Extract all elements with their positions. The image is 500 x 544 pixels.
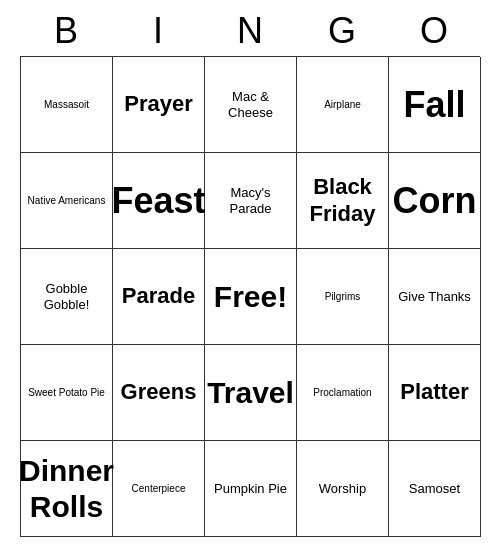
cell-r2-c3: Pilgrims xyxy=(297,249,389,345)
cell-label: Free! xyxy=(214,279,287,315)
cell-label: Prayer xyxy=(124,91,193,117)
cell-r0-c1: Prayer xyxy=(113,57,205,153)
cell-label: Give Thanks xyxy=(398,289,471,305)
cell-label: Gobble Gobble! xyxy=(25,281,108,312)
header-letter: N xyxy=(204,10,296,52)
header-letter: I xyxy=(112,10,204,52)
cell-r1-c2: Macy's Parade xyxy=(205,153,297,249)
header-letter: O xyxy=(388,10,480,52)
cell-r1-c3: Black Friday xyxy=(297,153,389,249)
cell-label: Samoset xyxy=(409,481,460,497)
cell-label: Parade xyxy=(122,283,195,309)
cell-label: Airplane xyxy=(324,99,361,111)
cell-label: Fall xyxy=(403,83,465,126)
bingo-grid: MassasoitPrayerMac & CheeseAirplaneFallN… xyxy=(20,56,480,537)
header-letter: B xyxy=(20,10,112,52)
cell-r4-c3: Worship xyxy=(297,441,389,537)
cell-r4-c0: Dinner Rolls xyxy=(21,441,113,537)
cell-label: Pumpkin Pie xyxy=(214,481,287,497)
bingo-header: BINGO xyxy=(20,10,480,52)
cell-r1-c0: Native Americans xyxy=(21,153,113,249)
header-letter: G xyxy=(296,10,388,52)
cell-r1-c4: Corn xyxy=(389,153,481,249)
cell-r2-c1: Parade xyxy=(113,249,205,345)
cell-label: Pilgrims xyxy=(325,291,361,303)
cell-r0-c3: Airplane xyxy=(297,57,389,153)
cell-label: Black Friday xyxy=(301,174,384,227)
cell-label: Corn xyxy=(393,179,477,222)
cell-r3-c4: Platter xyxy=(389,345,481,441)
cell-r1-c1: Feast xyxy=(113,153,205,249)
cell-label: Massasoit xyxy=(44,99,89,111)
cell-label: Travel xyxy=(207,375,294,411)
cell-r3-c2: Travel xyxy=(205,345,297,441)
cell-label: Centerpiece xyxy=(132,483,186,495)
cell-r3-c1: Greens xyxy=(113,345,205,441)
cell-r0-c2: Mac & Cheese xyxy=(205,57,297,153)
cell-label: Macy's Parade xyxy=(209,185,292,216)
cell-label: Sweet Potato Pie xyxy=(28,387,105,399)
cell-r4-c2: Pumpkin Pie xyxy=(205,441,297,537)
cell-label: Feast xyxy=(111,179,205,222)
cell-label: Mac & Cheese xyxy=(209,89,292,120)
cell-r3-c3: Proclamation xyxy=(297,345,389,441)
cell-label: Platter xyxy=(400,379,468,405)
cell-r3-c0: Sweet Potato Pie xyxy=(21,345,113,441)
cell-r2-c4: Give Thanks xyxy=(389,249,481,345)
cell-label: Dinner Rolls xyxy=(19,453,114,525)
cell-r0-c0: Massasoit xyxy=(21,57,113,153)
cell-r4-c4: Samoset xyxy=(389,441,481,537)
cell-label: Greens xyxy=(121,379,197,405)
cell-label: Worship xyxy=(319,481,366,497)
cell-r2-c2: Free! xyxy=(205,249,297,345)
cell-r0-c4: Fall xyxy=(389,57,481,153)
cell-r2-c0: Gobble Gobble! xyxy=(21,249,113,345)
cell-label: Proclamation xyxy=(313,387,371,399)
cell-r4-c1: Centerpiece xyxy=(113,441,205,537)
cell-label: Native Americans xyxy=(28,195,106,207)
